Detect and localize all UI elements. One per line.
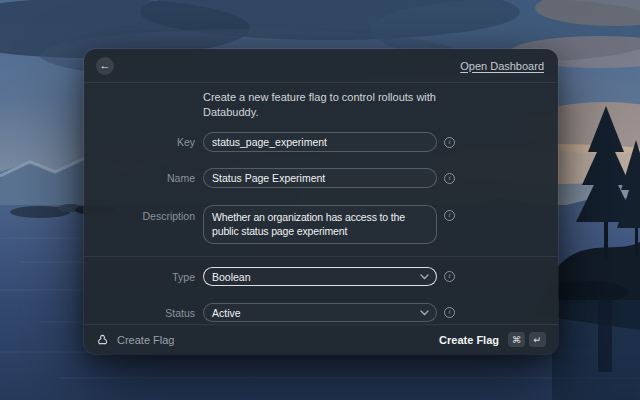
name-input[interactable] xyxy=(203,168,437,188)
info-icon[interactable]: i xyxy=(444,137,455,148)
info-icon[interactable]: i xyxy=(444,271,455,282)
type-select[interactable]: Boolean xyxy=(203,267,437,286)
type-label: Type xyxy=(84,271,195,283)
back-arrow-icon: ← xyxy=(100,60,111,71)
footer-action-label: Create Flag xyxy=(117,334,174,346)
submit-label: Create Flag xyxy=(439,334,499,346)
section-divider xyxy=(84,256,558,257)
info-icon[interactable]: i xyxy=(444,210,455,221)
form-row-type: Type Boolean i xyxy=(84,267,558,286)
databuddy-logo-icon xyxy=(96,333,109,346)
back-button[interactable]: ← xyxy=(96,57,114,75)
return-key-icon: ↵ xyxy=(529,332,546,347)
footer-action[interactable]: Create Flag xyxy=(96,333,174,346)
chevron-down-icon xyxy=(420,310,429,316)
form-row-description: Description Whether an organization has … xyxy=(84,205,558,244)
status-label: Status xyxy=(84,307,195,319)
form-row-name: Name i xyxy=(84,168,558,188)
status-select-value: Active xyxy=(212,307,241,319)
form-row-key: Key i xyxy=(84,132,558,152)
command-key-icon: ⌘ xyxy=(508,332,525,347)
chevron-down-icon xyxy=(420,274,429,280)
dialog-body: Create a new feature flag to control rol… xyxy=(84,83,558,324)
form-row-status: Status Active i xyxy=(84,303,558,322)
open-dashboard-link[interactable]: Open Dashboard xyxy=(460,60,544,72)
status-select[interactable]: Active xyxy=(203,303,437,322)
info-icon[interactable]: i xyxy=(444,307,455,318)
intro-text: Create a new feature flag to control rol… xyxy=(203,90,463,120)
type-select-value: Boolean xyxy=(212,271,251,283)
info-icon[interactable]: i xyxy=(444,173,455,184)
key-label: Key xyxy=(84,136,195,148)
footer-submit[interactable]: Create Flag ⌘ ↵ xyxy=(439,332,546,347)
create-flag-dialog: ← Open Dashboard Create a new feature fl… xyxy=(84,49,558,354)
key-input[interactable] xyxy=(203,132,437,152)
description-label: Description xyxy=(84,205,195,222)
name-label: Name xyxy=(84,172,195,184)
description-textarea[interactable]: Whether an organization has access to th… xyxy=(203,205,437,244)
dialog-footer: Create Flag Create Flag ⌘ ↵ xyxy=(84,324,558,354)
dialog-header: ← Open Dashboard xyxy=(84,49,558,83)
